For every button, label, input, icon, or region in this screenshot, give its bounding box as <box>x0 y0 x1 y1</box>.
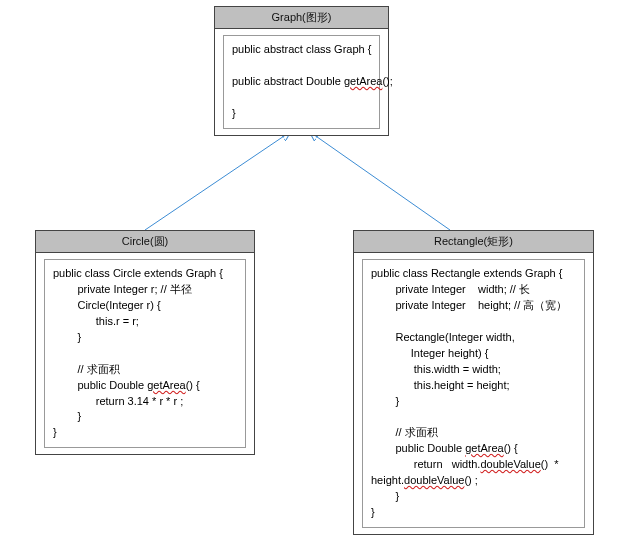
code-line: this.width = width; <box>371 363 501 375</box>
code-line: return 3.14 * r * r ; <box>53 395 183 407</box>
code-line: () { <box>504 442 518 454</box>
class-box-graph: Graph(图形) public abstract class Graph { … <box>214 6 389 136</box>
code-line: public class Circle extends Graph { <box>53 267 223 279</box>
code-line: Rectangle(Integer width, <box>371 331 515 343</box>
class-code-rectangle: public class Rectangle extends Graph { p… <box>362 259 585 528</box>
class-box-rectangle: Rectangle(矩形) public class Rectangle ext… <box>353 230 594 535</box>
code-line: height. <box>371 474 404 486</box>
code-line: private Integer height; // 高（宽） <box>371 299 567 311</box>
code-line: () { <box>186 379 200 391</box>
code-line: // 求面积 <box>371 426 438 438</box>
class-code-circle: public class Circle extends Graph { priv… <box>44 259 246 448</box>
code-line: } <box>371 395 399 407</box>
method-doublevalue: doubleValue <box>480 458 540 470</box>
code-line: () * <box>541 458 559 470</box>
code-line: // 求面积 <box>53 363 120 375</box>
code-line: () ; <box>464 474 477 486</box>
code-line: public class Rectangle extends Graph { <box>371 267 562 279</box>
svg-line-0 <box>145 132 290 230</box>
code-line: public Double <box>53 379 147 391</box>
svg-line-1 <box>310 132 450 230</box>
code-line: } <box>53 331 81 343</box>
code-line: Circle(Integer r) { <box>53 299 161 311</box>
method-getarea: getArea <box>344 75 383 87</box>
code-line: public abstract Double <box>232 75 344 87</box>
code-line: this.r = r; <box>53 315 139 327</box>
class-title-circle: Circle(圆) <box>36 231 254 253</box>
code-line: } <box>371 490 399 502</box>
method-getarea: getArea <box>147 379 186 391</box>
code-line: public abstract class Graph { <box>232 43 371 55</box>
code-line: public Double <box>371 442 465 454</box>
class-title-graph: Graph(图形) <box>215 7 388 29</box>
code-line: private Integer r; // 半径 <box>53 283 192 295</box>
method-getarea: getArea <box>465 442 504 454</box>
method-doublevalue: doubleValue <box>404 474 464 486</box>
code-line: (); <box>382 75 392 87</box>
code-line: return width. <box>371 458 480 470</box>
code-line: Integer height) { <box>371 347 488 359</box>
code-line: private Integer width; // 长 <box>371 283 530 295</box>
class-code-graph: public abstract class Graph { public abs… <box>223 35 380 129</box>
class-box-circle: Circle(圆) public class Circle extends Gr… <box>35 230 255 455</box>
class-title-rectangle: Rectangle(矩形) <box>354 231 593 253</box>
code-line: } <box>53 410 81 422</box>
code-line: this.height = height; <box>371 379 510 391</box>
code-line: } <box>53 426 57 438</box>
code-line: } <box>371 506 375 518</box>
code-line: } <box>232 107 236 119</box>
